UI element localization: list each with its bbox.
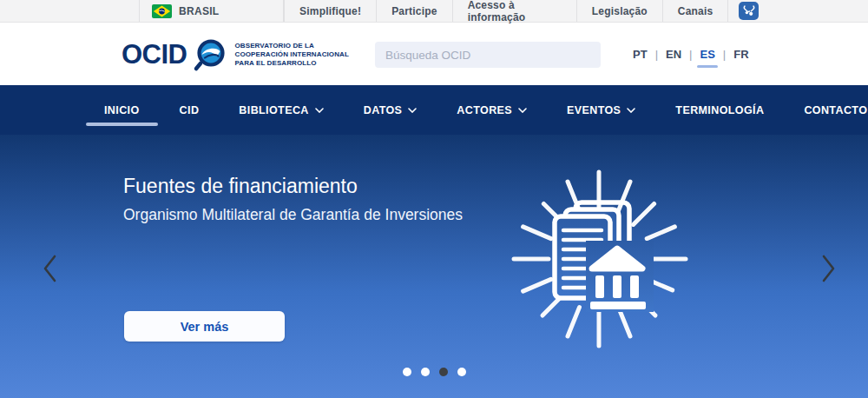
vlibras-accessibility-button[interactable] — [739, 2, 759, 20]
main-navbar: INICIO CID BIBLIOTECA DATOS ACTORES EVEN… — [0, 85, 868, 135]
site-header: OCID OBSERVATORIO DE LA COOPERACIÓN INTE… — [0, 23, 868, 85]
gov-brand-brasil[interactable]: BRASIL — [139, 0, 284, 22]
gov-link-canais[interactable]: Canais — [662, 0, 729, 22]
nav-label: CONTACTO — [804, 104, 867, 116]
carousel-dot-3-active[interactable] — [439, 368, 448, 376]
carousel-prev-button[interactable] — [35, 249, 66, 288]
ocid-logo[interactable]: OCID OBSERVATORIO DE LA COOPERACIÓN INTE… — [122, 23, 349, 85]
nav-item-datos[interactable]: DATOS — [344, 85, 437, 135]
chevron-down-icon — [408, 108, 417, 113]
chevron-down-icon — [627, 108, 635, 113]
lang-pt[interactable]: PT — [632, 46, 648, 63]
lang-separator: | — [655, 48, 658, 61]
search-input[interactable] — [375, 42, 601, 68]
hero-subtitle: Organismo Multilateral de Garantía de In… — [123, 206, 463, 224]
chevron-down-icon — [315, 108, 324, 113]
carousel-dot-2[interactable] — [421, 368, 430, 376]
gov-link-simplifique[interactable]: Simplifique! — [284, 0, 376, 22]
magnifier-globe-icon — [193, 36, 229, 73]
carousel-next-button[interactable] — [812, 249, 844, 288]
vlibras-hands-icon — [742, 5, 756, 17]
nav-item-actores[interactable]: ACTORES — [437, 85, 547, 135]
gov-link-acesso-informacao[interactable]: Acesso à informação — [452, 0, 576, 22]
chevron-left-icon — [42, 253, 59, 284]
lang-en[interactable]: EN — [665, 46, 682, 63]
gov-link-legislacao[interactable]: Legislação — [576, 0, 662, 22]
gov-link-participe[interactable]: Participe — [376, 0, 452, 22]
chevron-down-icon — [518, 108, 527, 113]
documents-bank-sunburst-icon — [490, 150, 707, 368]
brazil-flag-icon — [152, 4, 172, 18]
nav-label: DATOS — [364, 104, 403, 116]
lang-separator: | — [723, 48, 726, 61]
logo-line-1: OBSERVATORIO DE LA — [235, 42, 349, 50]
carousel-dot-4[interactable] — [457, 368, 466, 376]
gov-topbar: BRASIL Simplifique! Participe Acesso à i… — [0, 0, 868, 23]
lang-separator: | — [689, 48, 692, 61]
logo-line-2: COOPERACIÓN INTERNACIONAL — [235, 50, 349, 59]
nav-item-biblioteca[interactable]: BIBLIOTECA — [219, 85, 343, 135]
nav-item-eventos[interactable]: EVENTOS — [547, 85, 655, 135]
nav-item-terminologia[interactable]: TERMINOLOGÍA — [655, 85, 784, 135]
nav-label: CID — [180, 104, 200, 116]
carousel-dot-1[interactable] — [403, 368, 411, 376]
nav-label: ACTORES — [457, 104, 512, 116]
nav-item-cid[interactable]: CID — [160, 85, 220, 135]
nav-item-contacto[interactable]: CONTACTO — [784, 85, 868, 135]
gov-links: Simplifique! Participe Acesso à informaç… — [284, 0, 759, 22]
gov-brand-label: BRASIL — [179, 5, 219, 17]
carousel-dots — [0, 368, 868, 376]
nav-item-inicio[interactable]: INICIO — [84, 85, 160, 135]
nav-label: EVENTOS — [567, 104, 621, 116]
language-switcher: PT | EN | ES | FR — [632, 23, 750, 85]
nav-label: INICIO — [104, 104, 140, 116]
logo-line-3: PARA EL DESARROLLO — [235, 59, 349, 68]
hero-title: Fuentes de financiamiento — [123, 175, 358, 198]
nav-label: BIBLIOTECA — [239, 104, 308, 116]
chevron-right-icon — [819, 253, 837, 284]
ocid-homepage: BRASIL Simplifique! Participe Acesso à i… — [0, 0, 868, 398]
hero-carousel: Fuentes de financiamiento Organismo Mult… — [0, 135, 868, 398]
nav-label: TERMINOLOGÍA — [675, 104, 764, 116]
ocid-logo-text: OBSERVATORIO DE LA COOPERACIÓN INTERNACI… — [235, 42, 349, 68]
ver-mas-button[interactable]: Ver más — [124, 311, 285, 342]
lang-fr[interactable]: FR — [733, 46, 749, 63]
lang-es-active[interactable]: ES — [699, 46, 715, 63]
ocid-logo-acronym: OCID — [122, 39, 187, 70]
